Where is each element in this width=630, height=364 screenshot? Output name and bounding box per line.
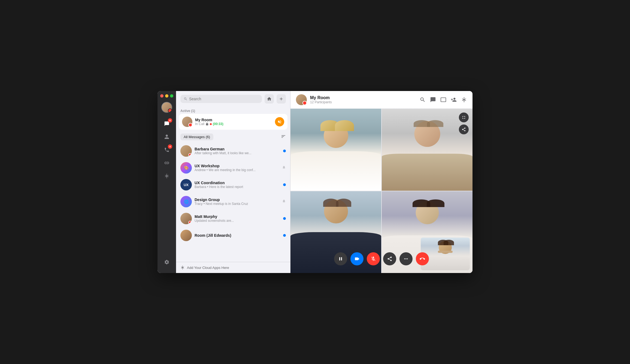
call-timer: (00:33) — [213, 122, 223, 126]
message-preview: Tracy • Next meetup is in Santa Cruz — [195, 202, 279, 206]
message-info: Design Group Tracy • Next meetup is in S… — [195, 198, 279, 206]
call-indicator — [210, 123, 212, 125]
main-content: My Room 12 Participants — [290, 91, 472, 273]
unread-indicator — [283, 234, 286, 237]
contact-name: Room (Jill Edwards) — [195, 233, 280, 238]
message-info: UX Coordination Barbara • Here is the la… — [195, 181, 280, 189]
home-button[interactable] — [265, 94, 274, 104]
list-item[interactable]: UX UX Coordination Barbara • Here is the… — [178, 176, 288, 193]
message-meta — [282, 199, 286, 204]
sidebar-item-asterisk[interactable] — [161, 171, 172, 181]
message-meta — [283, 234, 286, 237]
sidebar-item-chat[interactable]: 6 — [161, 118, 172, 129]
avatar — [180, 230, 192, 241]
room-avatar — [296, 94, 307, 105]
video-button[interactable] — [350, 252, 364, 265]
list-item[interactable]: Barbara German After talking with Matt, … — [178, 142, 288, 159]
message-preview: Barbara • Here is the latest report — [195, 185, 280, 189]
message-meta — [282, 165, 286, 170]
video-cell-1 — [290, 109, 381, 191]
unread-indicator — [283, 217, 286, 220]
avatar: 🎨 — [180, 162, 192, 174]
search-box[interactable] — [180, 95, 262, 103]
contact-name: Barbara German — [195, 147, 280, 151]
message-meta — [283, 217, 286, 220]
list-item[interactable]: 🎨 UX Workshop Andrew • We are meeting in… — [178, 159, 288, 176]
message-info: UX Workshop Andrew • We are meeting in t… — [195, 164, 279, 172]
sidebar-item-calls[interactable]: 4 — [161, 144, 172, 155]
traffic-lights — [158, 94, 173, 98]
chat-badge: 6 — [168, 118, 172, 123]
asterisk-icon — [180, 265, 185, 270]
compose-button[interactable] — [277, 94, 286, 104]
minimize-button[interactable] — [165, 94, 168, 98]
list-item[interactable]: Matt Murphy Updated screenshots are... — [178, 210, 288, 227]
sidebar-item-contacts[interactable] — [161, 131, 172, 142]
message-info: Barbara German After talking with Matt, … — [195, 147, 280, 155]
share-screen-button[interactable] — [459, 125, 469, 134]
unread-indicator — [283, 183, 286, 186]
video-grid — [290, 109, 472, 273]
messages-list: Barbara German After talking with Matt, … — [176, 142, 290, 262]
avatar: 🌐 — [180, 196, 192, 207]
pause-button[interactable] — [334, 252, 347, 265]
active-call-info: My Room In Call (00:33) — [195, 118, 272, 126]
unread-indicator — [283, 150, 286, 152]
active-call-item[interactable]: My Room In Call (00:33) — [179, 114, 287, 130]
avatar — [180, 213, 192, 224]
message-info: Matt Murphy Updated screenshots are... — [195, 214, 280, 223]
add-apps-label: Add Your Cloud Apps Here — [187, 266, 229, 270]
participant-count: 12 Participants — [310, 100, 416, 104]
muted-icon — [282, 199, 286, 204]
contact-name: Design Group — [195, 198, 279, 202]
filter-icon[interactable] — [281, 134, 286, 140]
chat-header-icon[interactable] — [430, 97, 436, 103]
filter-bar: All Messages (6) — [176, 131, 290, 142]
avatar[interactable] — [161, 102, 172, 113]
more-button[interactable] — [399, 252, 413, 265]
end-call-button[interactable] — [416, 252, 429, 265]
calls-badge: 4 — [168, 144, 172, 149]
call-controls — [334, 252, 429, 265]
room-name: My Room — [310, 95, 416, 100]
sidebar-item-links[interactable] — [161, 157, 172, 168]
add-person-icon[interactable] — [451, 97, 457, 103]
search-input[interactable] — [189, 97, 259, 101]
share-button[interactable] — [383, 252, 396, 265]
sidebar-item-settings[interactable] — [161, 257, 172, 268]
message-preview: Updated screenshots are... — [195, 219, 280, 223]
message-preview: After talking with Matt, it looks like w… — [195, 151, 280, 155]
filter-dropdown[interactable]: All Messages (6) — [180, 134, 213, 140]
screen-header-icon[interactable] — [440, 97, 446, 103]
float-buttons — [459, 113, 469, 134]
contact-name: UX Coordination — [195, 181, 280, 185]
avatar — [180, 145, 192, 157]
contact-name: Matt Murphy — [195, 214, 280, 219]
list-item[interactable]: Room (Jill Edwards) — [178, 227, 288, 244]
message-preview: Andrew • We are meeting in the big conf.… — [195, 168, 279, 172]
message-meta — [283, 183, 286, 186]
close-button[interactable] — [160, 94, 163, 98]
app-window: 6 4 — [158, 91, 472, 273]
messages-panel: Active (1) My Room In Call (00:33) All M… — [176, 91, 290, 273]
asterisk-header-icon[interactable] — [461, 97, 467, 103]
header-actions — [420, 97, 467, 103]
mute-mic-button[interactable] — [367, 252, 380, 265]
active-call-name: My Room — [195, 118, 272, 122]
message-meta — [283, 150, 286, 152]
active-call-avatar — [182, 117, 192, 127]
list-item[interactable]: 🌐 Design Group Tracy • Next meetup is in… — [178, 193, 288, 210]
active-call-status: In Call (00:33) — [195, 122, 272, 126]
sidebar: 6 4 — [158, 91, 176, 273]
search-icon — [184, 97, 187, 101]
search-header-icon[interactable] — [420, 97, 426, 103]
mute-button[interactable] — [275, 117, 284, 126]
room-title: My Room 12 Participants — [310, 95, 416, 104]
contact-name: UX Workshop — [195, 164, 279, 168]
expand-button[interactable] — [459, 113, 469, 122]
maximize-button[interactable] — [170, 94, 173, 98]
message-info: Room (Jill Edwards) — [195, 233, 280, 238]
muted-icon — [282, 165, 286, 170]
active-section-label: Active (1) — [176, 107, 290, 114]
add-apps-footer[interactable]: Add Your Cloud Apps Here — [176, 262, 290, 273]
